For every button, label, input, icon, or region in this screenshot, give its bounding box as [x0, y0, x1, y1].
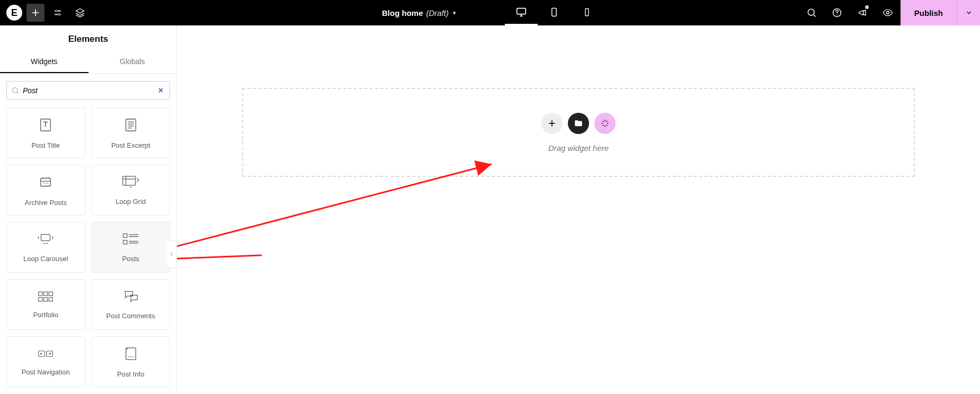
editor-canvas[interactable]: Drag widget here: [177, 25, 980, 394]
plus-icon: [547, 119, 557, 128]
tablet-icon: [549, 7, 559, 17]
widget-post-comments[interactable]: Post Comments: [92, 279, 171, 330]
workspace: Elements Widgets Globals × Post Title: [0, 25, 980, 394]
svg-point-32: [132, 356, 133, 357]
widget-label: Loop Grid: [115, 198, 146, 205]
help-icon: [832, 7, 842, 18]
document-settings-button[interactable]: [461, 6, 489, 19]
svg-rect-12: [126, 119, 136, 131]
widget-post-navigation[interactable]: Post Navigation: [6, 336, 85, 387]
add-section-button[interactable]: [541, 113, 563, 134]
preview-button[interactable]: [875, 0, 901, 25]
ai-generate-button[interactable]: [594, 113, 616, 134]
page-title-dropdown[interactable]: Blog home (Draft) ▾: [377, 0, 461, 25]
widget-loop-carousel[interactable]: Loop Carousel: [6, 222, 85, 273]
device-mobile[interactable]: [571, 0, 603, 25]
svg-rect-26: [49, 297, 52, 301]
svg-rect-22: [44, 292, 48, 296]
svg-point-31: [130, 356, 131, 357]
svg-rect-4: [552, 8, 556, 16]
widget-post-title[interactable]: Post Title: [6, 108, 85, 158]
svg-point-18: [47, 243, 48, 244]
structure-button[interactable]: [71, 4, 89, 22]
widget-archive-posts[interactable]: Archive Posts: [6, 165, 85, 216]
top-bar-right: Publish: [799, 0, 980, 25]
publish-label: Publish: [914, 8, 943, 17]
elements-panel: Elements Widgets Globals × Post Title: [0, 25, 177, 394]
layers-icon: [75, 7, 85, 18]
page-title: Blog home: [382, 8, 423, 17]
search-container: ×: [0, 74, 176, 105]
top-bar-center: Blog home (Draft) ▾: [377, 0, 603, 25]
publish-button[interactable]: Publish: [901, 0, 957, 25]
eye-icon: [883, 7, 893, 18]
add-element-button[interactable]: [26, 4, 44, 22]
svg-rect-23: [49, 292, 52, 296]
search-input[interactable]: [20, 86, 156, 95]
svg-rect-5: [585, 8, 589, 16]
page-status: (Draft): [426, 8, 449, 17]
svg-point-16: [43, 243, 44, 244]
search-icon: [806, 7, 817, 18]
widget-label: Archive Posts: [25, 199, 67, 207]
device-tablet[interactable]: [538, 0, 571, 25]
chevron-down-icon: [965, 9, 973, 16]
whats-new-button[interactable]: [850, 0, 875, 25]
widget-label: Posts: [122, 255, 139, 263]
loop-carousel-icon: [37, 232, 55, 248]
mobile-icon: [582, 7, 592, 17]
folder-icon: [574, 119, 583, 128]
widget-loop-grid[interactable]: Loop Grid: [92, 165, 171, 216]
annotation-arrows: [177, 25, 980, 394]
widget-label: Post Excerpt: [111, 141, 150, 149]
sparkle-icon: [600, 119, 610, 128]
search-box[interactable]: ×: [6, 81, 170, 100]
publish-options-button[interactable]: [957, 0, 980, 25]
page-settings-button[interactable]: [49, 4, 67, 22]
widget-post-excerpt[interactable]: Post Excerpt: [92, 108, 171, 158]
app-logo[interactable]: E: [6, 5, 22, 21]
widget-label: Post Navigation: [22, 368, 70, 376]
responsive-device-tabs: [505, 0, 603, 25]
archive-posts-icon: [38, 174, 54, 192]
add-template-button[interactable]: [568, 113, 589, 134]
widget-label: Portfolio: [33, 311, 58, 319]
svg-point-6: [808, 9, 814, 15]
panel-tabs: Widgets Globals: [0, 52, 176, 74]
drop-zone-caption: Drag widget here: [548, 144, 609, 153]
panel-title: Elements: [0, 25, 176, 52]
svg-rect-13: [41, 178, 51, 186]
widget-portfolio[interactable]: Portfolio: [6, 279, 85, 330]
collapse-panel-button[interactable]: [166, 240, 177, 268]
svg-point-8: [836, 14, 838, 15]
search-clear-button[interactable]: ×: [156, 86, 165, 95]
svg-rect-25: [44, 297, 48, 301]
widget-label: Post Comments: [106, 312, 155, 320]
post-info-icon: [124, 346, 138, 364]
portfolio-icon: [38, 291, 54, 305]
svg-point-2: [474, 11, 477, 13]
top-bar: E Blog home (Draft) ▾: [0, 0, 980, 25]
svg-point-10: [13, 88, 17, 93]
svg-rect-19: [123, 234, 127, 237]
plus-icon: [30, 7, 41, 18]
widget-posts[interactable]: Posts: [92, 222, 171, 273]
tab-widgets[interactable]: Widgets: [0, 52, 88, 73]
svg-rect-14: [122, 176, 135, 185]
megaphone-icon: [857, 7, 868, 18]
svg-point-0: [56, 10, 57, 12]
svg-point-30: [128, 356, 129, 357]
empty-section-drop-zone[interactable]: Drag widget here: [242, 88, 915, 177]
desktop-icon: [515, 6, 527, 18]
help-button[interactable]: [824, 0, 850, 25]
post-title-icon: [38, 117, 54, 135]
svg-line-34: [177, 255, 262, 259]
finder-button[interactable]: [799, 0, 824, 25]
posts-icon: [122, 232, 139, 248]
svg-rect-20: [123, 240, 127, 244]
widget-post-info[interactable]: Post Info: [92, 336, 171, 387]
tab-globals[interactable]: Globals: [88, 52, 177, 73]
svg-point-17: [45, 243, 46, 244]
widget-label: Post Info: [117, 370, 144, 378]
device-desktop[interactable]: [505, 0, 538, 25]
